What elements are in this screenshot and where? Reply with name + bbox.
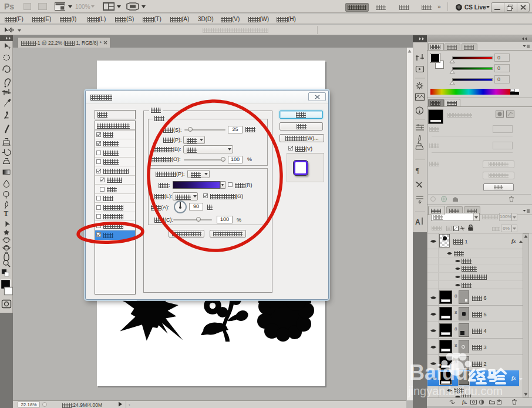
- svg-text:A: A: [415, 218, 420, 226]
- svg-text:fx.: fx.: [462, 400, 467, 405]
- svg-text:¶: ¶: [416, 166, 419, 175]
- svg-text:T: T: [4, 210, 9, 217]
